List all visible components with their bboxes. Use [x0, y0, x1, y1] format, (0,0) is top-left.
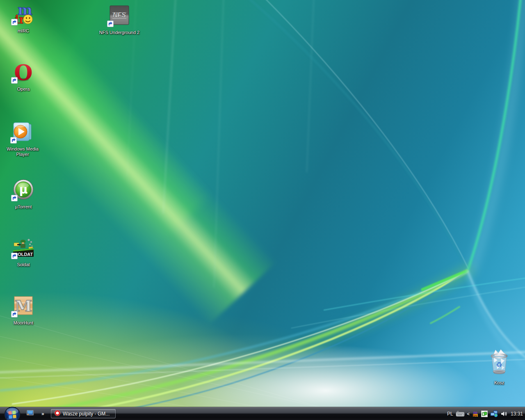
utorrent-icon: µ [12, 178, 34, 201]
recycle-symbol: ♻ [496, 361, 502, 369]
nfs-glyph: NFS [113, 11, 126, 18]
opera-icon [54, 410, 61, 418]
desktop-icon-label: Soldat [17, 262, 30, 267]
desktop-icon-moorhunt[interactable]: M MoorHunt [1, 294, 46, 326]
network-icon[interactable] [490, 410, 498, 417]
desktop-icon-label: Kosz [494, 380, 504, 386]
shortcut-arrow-icon [11, 77, 18, 84]
shortcut-arrow-icon [107, 21, 114, 27]
show-desktop-button[interactable] [26, 409, 34, 418]
system-tray: PL < m irc [447, 407, 523, 420]
quick-launch-bar: » [26, 407, 44, 420]
shortcut-arrow-icon [11, 195, 18, 201]
desktop-icon-label: MoorHunt [14, 320, 33, 326]
mirc-tray-icon[interactable]: m irc [472, 411, 479, 417]
clock[interactable]: 13:31 [510, 411, 523, 417]
keyboard-icon[interactable] [456, 411, 465, 417]
shortcut-arrow-icon [11, 19, 18, 25]
desktop-icon-label: µTorrent [15, 204, 32, 210]
desktop-icon-utorrent[interactable]: µ µTorrent [1, 178, 46, 210]
shortcut-arrow-icon [11, 253, 18, 259]
tray-icon-green-app[interactable] [481, 411, 488, 417]
quicklaunch-expand-chevron[interactable]: » [41, 411, 44, 417]
volume-icon[interactable] [500, 411, 507, 417]
desktop-icon-label: mIRC [18, 28, 29, 34]
desktop-icon-windows-media-player[interactable]: Windows Media Player [0, 121, 45, 157]
windows-media-player-icon [11, 121, 34, 143]
nfs-icon: NFS [108, 4, 130, 26]
desktop-icon-soldat[interactable]: SOLDAT Soldat [1, 236, 46, 267]
opera-icon: O [12, 61, 34, 83]
shortcut-arrow-icon [10, 137, 17, 144]
desktop-icon-label: NFS Underground 2 [99, 30, 139, 35]
desktop-icon-label: Windows Media Player [0, 146, 45, 157]
task-button-label: Wasze pulpity - GM... [63, 411, 110, 417]
taskbar-button-opera-window[interactable]: Wasze pulpity - GM... [51, 409, 116, 418]
recycle-bin-full-icon: ♻ [487, 348, 511, 377]
taskbar: » Wasze pulpity - GM... PL < [0, 407, 525, 420]
soldat-icon: SOLDAT [12, 236, 34, 258]
mirc-smiley [23, 15, 32, 24]
moorhunt-icon: M [12, 294, 34, 317]
start-button[interactable] [4, 406, 21, 420]
desktop-icon-nfs-underground-2[interactable]: NFS NFS Underground 2 [97, 4, 142, 35]
language-indicator[interactable]: PL [447, 411, 453, 417]
svg-text:irc: irc [473, 413, 478, 417]
tray-collapse-chevron[interactable]: < [467, 411, 470, 416]
desktop-icon-recycle-bin[interactable]: ♻ Kosz [477, 348, 522, 386]
desktop-icon-opera[interactable]: O Opera [1, 61, 46, 92]
shortcut-arrow-icon [11, 311, 18, 317]
mirc-icon: m ir [12, 2, 34, 25]
desktop-icon-label: Opera [17, 87, 30, 92]
desktop-icon-mirc[interactable]: m ir mIRC [1, 2, 46, 34]
